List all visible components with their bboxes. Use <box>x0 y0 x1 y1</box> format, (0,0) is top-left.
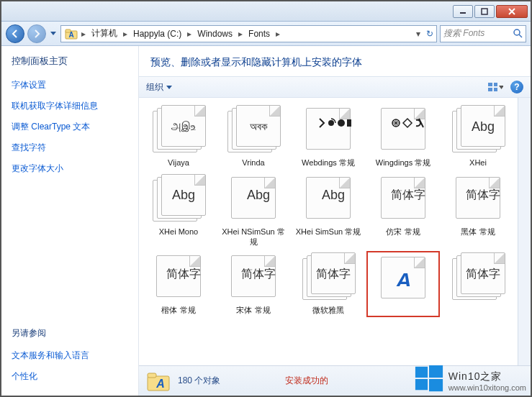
sidebar-link-text-services[interactable]: 文本服务和输入语言 <box>12 350 128 362</box>
font-item[interactable]: AbgXHei <box>443 105 513 168</box>
svg-rect-9 <box>488 83 492 86</box>
font-item[interactable]: AbgXHei SimSun 常规 <box>293 174 364 247</box>
sidebar-link-font-size[interactable]: 更改字体大小 <box>12 163 128 175</box>
vertical-scrollbar[interactable] <box>518 98 531 365</box>
help-button[interactable]: ? <box>510 81 523 93</box>
chevron-right-icon: ▸ <box>122 29 129 39</box>
view-button[interactable] <box>487 80 503 94</box>
fonts-folder-icon: A <box>146 370 171 393</box>
font-label: Vrinda <box>242 158 264 168</box>
status-bar: A 180 个对象 安装成功的 <box>139 365 531 396</box>
sidebar-link-personalize[interactable]: 个性化 <box>12 370 128 383</box>
font-label: Vijaya <box>168 158 189 168</box>
font-label: 微软雅黑 <box>312 306 344 316</box>
breadcrumb-seg[interactable]: 计算机 <box>89 27 120 40</box>
font-item[interactable]: அஇஉVijaya <box>143 105 214 168</box>
svg-line-8 <box>519 35 522 37</box>
svg-text:A: A <box>155 378 165 390</box>
forward-button[interactable] <box>27 24 46 43</box>
address-bar: A ▸ 计算机 ▸ Happyla (C:) ▸ Windows ▸ Fonts… <box>1 22 531 46</box>
chevron-right-icon: ▸ <box>80 29 87 39</box>
font-label: XHei Mono <box>159 227 198 237</box>
font-item[interactable]: Wingdings 常规 <box>368 105 438 168</box>
font-item[interactable]: অবকVrinda <box>218 105 289 168</box>
search-input[interactable]: 搜索 Fonts <box>440 25 526 42</box>
svg-point-7 <box>514 29 520 35</box>
organize-button[interactable]: 组织 <box>146 81 172 93</box>
breadcrumb-seg[interactable]: Windows <box>194 29 235 39</box>
history-dropdown[interactable] <box>49 24 58 43</box>
svg-rect-11 <box>488 88 492 91</box>
maximize-button[interactable] <box>474 5 495 18</box>
refresh-icon[interactable]: ↻ <box>426 29 433 39</box>
page-title: 预览、删除或者显示和隐藏计算机上安装的字体 <box>139 46 531 76</box>
sidebar-heading: 控制面板主页 <box>12 55 128 68</box>
breadcrumb-seg[interactable]: Fonts <box>245 29 273 39</box>
minimize-button[interactable] <box>453 5 473 18</box>
font-item[interactable]: Webdings 常规 <box>293 105 364 168</box>
svg-text:A: A <box>68 31 73 39</box>
font-item[interactable]: AbgXHei NSimSun 常规 <box>218 174 289 247</box>
font-item[interactable]: 简体字微软雅黑 <box>293 252 364 316</box>
status-install-text: 安装成功的 <box>285 375 328 387</box>
status-count: 180 个对象 <box>178 375 220 387</box>
font-item[interactable]: A <box>368 252 438 316</box>
close-button[interactable] <box>496 5 528 18</box>
breadcrumb[interactable]: A ▸ 计算机 ▸ Happyla (C:) ▸ Windows ▸ Fonts… <box>60 25 437 42</box>
font-label: Webdings 常规 <box>302 158 355 168</box>
chevron-right-icon: ▸ <box>237 29 244 39</box>
chevron-down-icon[interactable]: ▾ <box>416 29 420 39</box>
font-item[interactable]: AbgXHei Mono <box>143 174 214 247</box>
font-label: XHei <box>469 158 487 168</box>
sidebar-link-cleartype[interactable]: 调整 ClearType 文本 <box>12 121 128 133</box>
sidebar: 控制面板主页 字体设置 联机获取字体详细信息 调整 ClearType 文本 查… <box>1 46 139 396</box>
svg-rect-10 <box>494 83 497 86</box>
content-area: 预览、删除或者显示和隐藏计算机上安装的字体 组织 ? அஇஉVijayaঅবকV… <box>139 46 531 396</box>
font-label: 仿宋 常规 <box>386 227 420 237</box>
sidebar-see-also: 另请参阅 <box>12 327 128 339</box>
font-item[interactable]: 简体字楷体 常规 <box>143 252 214 316</box>
titlebar <box>1 1 531 22</box>
search-icon <box>513 29 523 38</box>
font-label: XHei NSimSun 常规 <box>220 227 287 247</box>
svg-rect-1 <box>482 9 487 14</box>
fonts-folder-icon: A <box>64 27 78 40</box>
chevron-right-icon: ▸ <box>274 29 281 39</box>
font-label: Wingdings 常规 <box>376 158 430 168</box>
sidebar-link-online-fonts[interactable]: 联机获取字体详细信息 <box>12 100 128 112</box>
font-label: 黑体 常规 <box>461 227 495 237</box>
chevron-right-icon: ▸ <box>186 29 193 39</box>
chevron-down-icon <box>166 86 172 89</box>
svg-rect-19 <box>148 373 156 378</box>
search-text: 搜索 Fonts <box>443 27 484 40</box>
font-item[interactable]: 简体字黑体 常规 <box>443 174 513 247</box>
font-item[interactable]: 简体字宋体 常规 <box>218 252 289 316</box>
font-label: 楷体 常规 <box>161 306 195 316</box>
svg-rect-12 <box>494 88 497 91</box>
sidebar-link-font-settings[interactable]: 字体设置 <box>12 79 128 91</box>
breadcrumb-seg[interactable]: Happyla (C:) <box>130 29 184 39</box>
font-item[interactable]: 简体字仿宋 常规 <box>368 174 438 247</box>
font-grid: அஇஉVijayaঅবকVrindaWebdings 常规Wingdings 常… <box>139 98 518 365</box>
font-label: 宋体 常规 <box>236 306 270 316</box>
toolbar: 组织 ? <box>139 76 531 98</box>
font-item[interactable]: 简体字 <box>443 252 513 316</box>
font-label: XHei SimSun 常规 <box>296 227 361 237</box>
sidebar-link-find-char[interactable]: 查找字符 <box>12 142 128 154</box>
back-button[interactable] <box>6 24 24 43</box>
